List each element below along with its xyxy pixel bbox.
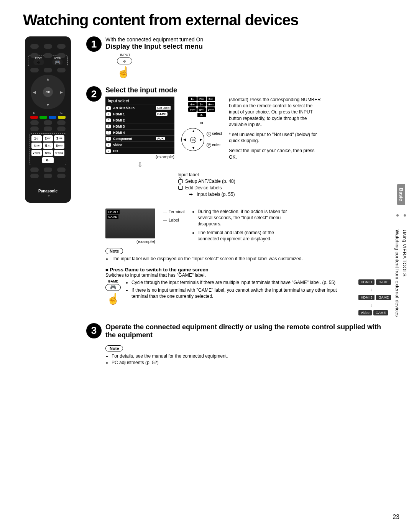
step2-title: Select the input mode — [105, 86, 391, 94]
remote-control-illustration: INPUT⎆ GAME🎮 ▲ ▼ ◀ ▶ OK RG — [25, 36, 71, 203]
game-button-illustration: GAME 🎮 ☝ — [105, 279, 121, 305]
input-select-item: 5HDMI 4 — [105, 129, 174, 135]
or-label: or — [200, 120, 204, 125]
remote-brand: Panasonic — [28, 189, 68, 193]
step1-title: Display the Input select menu — [105, 43, 391, 51]
down-arrows-icon: ⇩ — [105, 161, 174, 169]
step3-bullets: For details, see the manual for the conn… — [105, 353, 391, 366]
input-select-panel: Input select 1ANT/Cable InNot used2HDMI … — [105, 97, 174, 154]
red-button-icon — [178, 186, 183, 190]
input-label-bracket: — Input label Setup ANT/Cable (p. 48) Ed… — [105, 172, 391, 197]
input-select-item: 8PC — [105, 148, 174, 154]
remote-game-button: 🎮 — [52, 59, 63, 65]
input-select-item: 7Video — [105, 141, 174, 148]
example-label: (example) — [105, 154, 174, 159]
step-1: 1 With the connected equipment turned On… — [86, 36, 391, 79]
page-number: 23 — [393, 514, 399, 521]
step-3: 3 Operate the connected equipment direct… — [86, 323, 391, 366]
tv-screenshot-thumb: HDMI 1 GAME — [105, 209, 155, 238]
remote-ok-button: OK — [43, 87, 53, 97]
input-select-item: 4HDMI 3 — [105, 123, 174, 129]
breadcrumb-1: Watching content from external devices — [394, 230, 400, 317]
input-select-item: 1ANT/Cable InNot used — [105, 105, 174, 111]
input-select-item: 3HDMI 2 — [105, 117, 174, 123]
step3-title: Operate the connected equipment directly… — [105, 323, 391, 339]
game-cycle-diagram: HDMI 1GAME ↓ HDMI 3GAME ↓ VideoGAME — [358, 279, 391, 315]
press-hand-icon: ☝ — [117, 66, 130, 79]
side-tab: Basic Watching content from external dev… — [396, 184, 406, 317]
remote-numpad-highlight: 1@. 2ABC 3DEF 4GHI 5JKL 6MNO 7PQRS 8TUV … — [30, 133, 66, 165]
mini-keypad: 1@.2ABC3DEF 4GHI5JKL6MNO 7PQRS8TUV9WXYZ … — [188, 97, 215, 117]
step2-note-text: The input label will be displayed on the… — [112, 256, 391, 262]
section-label: Basic — [397, 184, 405, 205]
step-number-1: 1 — [86, 36, 102, 52]
terminal-notes: During the selection, if no action is ta… — [192, 209, 288, 244]
note-pill: Note — [105, 248, 123, 254]
shortcut-description: (shortcut) Press the corresponding NUMBE… — [229, 97, 321, 164]
input-button-icon: ⎆ — [117, 57, 132, 64]
page-title: Watching content from external devices — [23, 11, 391, 29]
input-select-item: 2HDMI 1GAME — [105, 111, 174, 117]
game-bullets: Cycle through the input terminals if the… — [126, 279, 353, 301]
mini-dpad: ▲ ▼ ◀ ▶ OK — [181, 128, 204, 151]
input-select-item: 6ComponentAUX — [105, 135, 174, 141]
step1-pretext: With the connected equipment turned On — [105, 36, 391, 43]
step-2: 2 Select the input mode Input select 1AN… — [86, 86, 391, 315]
remote-tv-label: TV — [28, 194, 68, 197]
game-heading: Press Game to switch to the game screen — [105, 267, 391, 273]
remote-dpad: ▲ ▼ ◀ ▶ OK — [31, 75, 65, 109]
remote-input-button: ⎆ — [33, 59, 44, 65]
terminal-label-callouts: Terminal Label — [163, 209, 185, 222]
step-number-2: 2 — [86, 86, 102, 102]
game-subtext: Switches to input terminal that has "GAM… — [105, 273, 391, 278]
shortcut-controls: 1@.2ABC3DEF 4GHI5JKL6MNO 7PQRS8TUV9WXYZ … — [181, 97, 222, 151]
breadcrumb-2: Using VIERA TOOLS — [402, 230, 407, 276]
remote-column: INPUT⎆ GAME🎮 ▲ ▼ ◀ ▶ OK RG — [23, 36, 79, 373]
input-button-label: INPUT — [120, 53, 130, 57]
step3-note-pill: Note — [105, 345, 123, 351]
step-number-3: 3 — [86, 323, 102, 338]
